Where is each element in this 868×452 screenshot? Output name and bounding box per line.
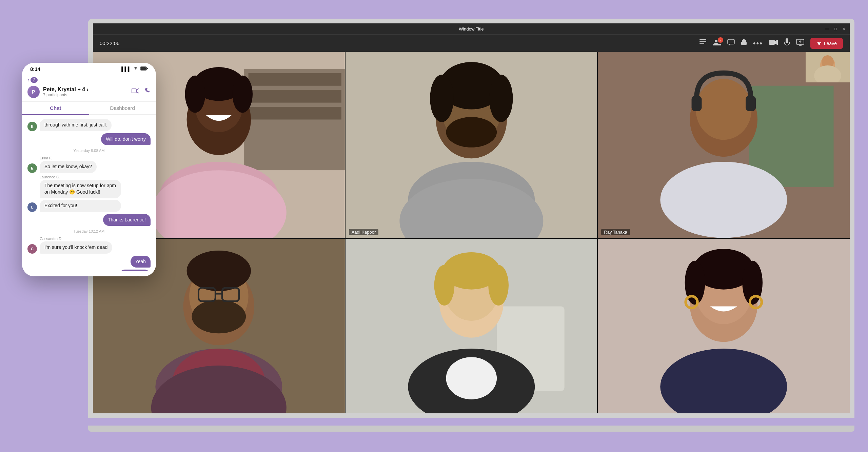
svg-point-39 xyxy=(446,117,497,148)
chat-info: Pete, Krystal + 4 › 7 participants xyxy=(43,86,88,97)
svg-rect-1 xyxy=(699,41,706,42)
svg-rect-118 xyxy=(141,67,146,70)
message-bubble: Yeah xyxy=(131,256,151,268)
emoji-icon[interactable] xyxy=(123,276,130,276)
list-item: Thanks Laurence! xyxy=(27,214,151,226)
leave-button[interactable]: Leave xyxy=(810,38,843,49)
toolbar-actions: 2 xyxy=(699,38,843,49)
message-bubble: The meeting is now setup for 3pm on Mond… xyxy=(40,180,121,198)
svg-rect-12 xyxy=(786,38,788,43)
svg-rect-47 xyxy=(692,96,702,111)
close-button[interactable]: ✕ xyxy=(842,26,846,31)
participants-icon[interactable]: 2 xyxy=(713,39,721,47)
message-sender: Erika F. xyxy=(27,156,52,160)
message-sender: Cassandra D. xyxy=(27,237,62,241)
svg-rect-21 xyxy=(249,73,341,85)
participants-list-icon[interactable] xyxy=(699,39,707,47)
status-time: 8:14 xyxy=(30,66,40,72)
tab-chat[interactable]: Chat xyxy=(22,102,89,115)
svg-point-28 xyxy=(185,76,205,113)
list-item: Yeah xyxy=(27,256,151,268)
phone-nav: ‹ 2 xyxy=(27,77,151,83)
back-count: 2 xyxy=(31,77,38,83)
video-cell-2: Aadi Kapoor xyxy=(346,52,597,238)
avatar: C xyxy=(27,244,37,254)
svg-marker-11 xyxy=(775,40,778,45)
raise-hand-icon[interactable] xyxy=(741,39,747,48)
avatar: E xyxy=(27,122,37,131)
message-sender: Laurence G. xyxy=(27,175,60,179)
svg-point-46 xyxy=(696,79,752,140)
add-attachment-button[interactable]: + xyxy=(27,276,31,277)
svg-point-70 xyxy=(434,265,454,306)
message-bubble: I'm sure you'll knock 'em dead xyxy=(40,241,112,254)
microphone-icon[interactable] xyxy=(784,38,790,48)
window-controls: — □ ✕ xyxy=(825,26,846,31)
minimize-button[interactable]: — xyxy=(825,26,829,31)
list-item: Cassandra D. C I'm sure you'll knock 'em… xyxy=(27,237,151,254)
chat-icon[interactable] xyxy=(727,39,735,47)
participant-name-charlotte: Charlotte de Crum xyxy=(349,415,390,418)
svg-point-37 xyxy=(430,75,454,122)
list-item: Laurence G. L The meeting is now setup f… xyxy=(27,175,151,212)
status-icons: ▌▌▌ xyxy=(121,66,148,72)
call-timer: 00:22:06 xyxy=(100,40,119,46)
svg-marker-121 xyxy=(137,89,139,93)
svg-rect-10 xyxy=(769,40,775,45)
svg-point-73 xyxy=(446,357,497,399)
message-bubble: through with me first, just call. xyxy=(40,119,112,131)
chat-messages: E through with me first, just call. Will… xyxy=(22,115,156,271)
phone-tabs: Chat Dashboard xyxy=(22,102,156,115)
video-cell-5: Charlotte de Crum xyxy=(346,239,597,418)
participant-name-danielle: Danielle Booker xyxy=(601,415,638,418)
phone-call-icon[interactable] xyxy=(144,88,151,96)
svg-rect-2 xyxy=(699,43,704,44)
participant-name-aadi: Aadi Kapoor xyxy=(349,229,379,235)
participant-name-ray: Ray Tanaka xyxy=(601,229,630,235)
teams-toolbar: 00:22:06 xyxy=(93,34,850,52)
maximize-button[interactable]: □ xyxy=(834,26,837,31)
message-bubble: Excited for you! xyxy=(40,200,121,212)
message-bubble: Thanks Laurence! xyxy=(103,214,151,226)
video-call-icon[interactable] xyxy=(132,88,139,96)
camera-icon[interactable] xyxy=(769,39,778,47)
avatar: E xyxy=(27,163,37,173)
list-item: thank you! xyxy=(27,270,151,271)
overlay-participant xyxy=(806,52,850,82)
message-bubble: So let me know, okay? xyxy=(40,161,97,173)
svg-point-49 xyxy=(660,162,787,238)
message-bubble: thank you! xyxy=(119,270,151,271)
back-button[interactable]: ‹ 2 xyxy=(27,77,38,83)
participants-badge: 2 xyxy=(718,37,723,43)
more-options-icon[interactable]: ••• xyxy=(753,39,763,48)
teams-titlebar: Window Title — □ ✕ xyxy=(93,23,850,34)
svg-rect-48 xyxy=(746,96,756,111)
share-screen-icon[interactable] xyxy=(796,39,804,47)
tab-dashboard[interactable]: Dashboard xyxy=(89,102,156,114)
battery-icon xyxy=(140,66,148,72)
svg-point-3 xyxy=(715,40,717,42)
laptop-container: Window Title — □ ✕ 00:22:06 xyxy=(88,19,868,452)
laptop-base xyxy=(88,426,854,432)
signal-icon: ▌▌▌ xyxy=(121,66,131,72)
svg-point-18 xyxy=(818,43,820,45)
chat-header: P Pete, Krystal + 4 › 7 participants xyxy=(27,86,151,98)
list-item: Erika F. E So let me know, okay? xyxy=(27,156,151,173)
video-cell-3: Ray Tanaka xyxy=(598,52,850,238)
svg-rect-120 xyxy=(132,89,136,93)
avatar: L xyxy=(27,202,37,212)
svg-point-29 xyxy=(232,76,253,113)
list-item: Will do, don't worry xyxy=(27,133,151,145)
svg-point-71 xyxy=(488,265,509,306)
svg-point-58 xyxy=(192,299,246,333)
camera-input-icon[interactable] xyxy=(134,276,142,276)
video-cell-6: Danielle Booker xyxy=(598,239,850,418)
svg-rect-0 xyxy=(699,39,706,40)
timestamp: Yesterday 8:08 AM xyxy=(27,149,151,153)
video-grid: Aadi Kapoor xyxy=(93,52,850,418)
svg-rect-119 xyxy=(147,68,148,69)
call-action-icons xyxy=(132,88,151,96)
message-bubble: Will do, don't worry xyxy=(101,133,151,145)
svg-rect-22 xyxy=(249,90,341,102)
window-title: Window Title xyxy=(459,26,484,32)
